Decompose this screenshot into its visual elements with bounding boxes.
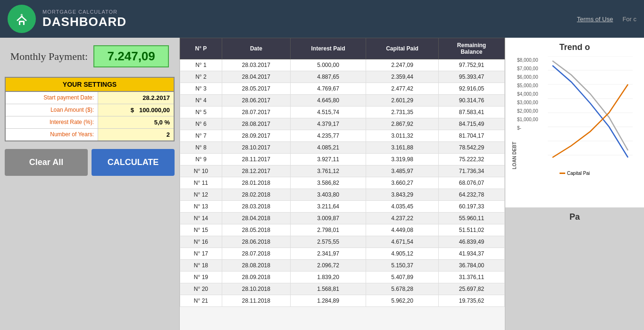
- table-cell: N° 14: [180, 213, 222, 224]
- table-cell: 28.11.2018: [222, 295, 290, 307]
- table-cell: N° 11: [180, 177, 222, 189]
- table-row: N° 828.10.20174.085,213.161,8878.542,29: [180, 142, 505, 154]
- table-cell: 28.04.2017: [222, 71, 290, 83]
- trend-chart: Trend o LOAN DEBT $8,000,00 $7,000,00 $6…: [505, 38, 644, 207]
- table-row: N° 1028.12.20173.761,123.485,9771.736,34: [180, 165, 505, 177]
- table-cell: 90.314,76: [438, 95, 504, 107]
- table-cell: 95.393,47: [438, 71, 504, 83]
- table-row: N° 228.04.20174.887,652.359,4495.393,47: [180, 71, 505, 83]
- table-cell: 1.568,81: [290, 283, 366, 295]
- table-cell: 28.07.2018: [222, 248, 290, 260]
- table-cell: 4.235,77: [290, 130, 366, 142]
- table-cell: 28.11.2017: [222, 154, 290, 165]
- table-cell: 36.784,00: [438, 260, 504, 272]
- table-cell: 55.960,11: [438, 213, 504, 224]
- table-cell: 28.09.2017: [222, 130, 290, 142]
- settings-header: YOUR SETTINGS: [6, 78, 174, 92]
- col-header-interest: Interest Paid: [290, 38, 366, 59]
- main-content: Monthly Payment: 7.247,09 YOUR SETTINGS …: [0, 38, 644, 330]
- table-cell: 4.905,12: [366, 248, 439, 260]
- table-cell: N° 4: [180, 95, 222, 107]
- calculate-button[interactable]: CALCULATE: [92, 149, 175, 176]
- settings-row-rate: Interest Rate (%): 5,0 %: [6, 116, 174, 129]
- col-header-np: N° P: [180, 38, 222, 59]
- terms-of-use-link[interactable]: Terms of Use: [577, 16, 613, 23]
- table-cell: 81.704,17: [438, 130, 504, 142]
- table-cell: 3.485,97: [366, 165, 439, 177]
- table-row: N° 1728.07.20182.341,974.905,1241.934,37: [180, 248, 505, 260]
- settings-box: YOUR SETTINGS Start payment Date: 28.2.2…: [5, 77, 175, 141]
- table-cell: 64.232,78: [438, 189, 504, 201]
- monthly-payment-label: Monthly Payment:: [10, 50, 88, 63]
- table-cell: 92.916,05: [438, 83, 504, 95]
- table-cell: 3.761,12: [290, 165, 366, 177]
- table-cell: 2.867,92: [366, 118, 439, 130]
- table-cell: 4.769,67: [290, 83, 366, 95]
- y-tick-6000: $6,000,00: [517, 73, 548, 82]
- table-cell: N° 10: [180, 165, 222, 177]
- table-cell: 1.839,20: [290, 272, 366, 283]
- table-row: N° 1428.04.20183.009,874.237,2255.960,11: [180, 213, 505, 224]
- right-panel: Trend o LOAN DEBT $8,000,00 $7,000,00 $6…: [505, 38, 644, 330]
- table-cell: N° 3: [180, 83, 222, 95]
- clear-all-button[interactable]: Clear All: [5, 149, 88, 176]
- trend-chart-svg: [548, 56, 633, 169]
- table-cell: N° 7: [180, 130, 222, 142]
- buttons-row: Clear All CALCULATE: [5, 149, 175, 176]
- legend-capital-dot: [560, 173, 565, 174]
- table-cell: 28.01.2018: [222, 177, 290, 189]
- table-cell: 71.736,34: [438, 165, 504, 177]
- table-row: N° 1628.06.20182.575,554.671,5446.839,49: [180, 236, 505, 248]
- table-cell: N° 18: [180, 260, 222, 272]
- settings-value-years[interactable]: 2: [98, 129, 174, 140]
- table-cell: 3.403,80: [290, 189, 366, 201]
- table-cell: 2.575,55: [290, 236, 366, 248]
- y-axis-label: LOAN DEBT: [512, 56, 517, 169]
- header-text: MORTGAGE CALCULATOR DASHBOARD: [42, 9, 126, 29]
- settings-label-rate: Interest Rate (%):: [6, 116, 98, 128]
- table-cell: 4.379,17: [290, 118, 366, 130]
- settings-row-loan: Loan Amount ($): $ 100.000,00: [6, 104, 174, 116]
- table-cell: 41.934,37: [438, 248, 504, 260]
- table-cell: 4.671,54: [366, 236, 439, 248]
- pa-chart: Pa: [505, 207, 644, 330]
- table-cell: 3.011,32: [366, 130, 439, 142]
- table-row: N° 1528.05.20182.798,014.449,0851.511,02: [180, 224, 505, 236]
- table-row: N° 728.09.20174.235,773.011,3281.704,17: [180, 130, 505, 142]
- table-row: N° 1328.03.20183.211,644.035,4560.197,33: [180, 201, 505, 213]
- table-cell: 4.645,80: [290, 95, 366, 107]
- table-cell: 28.10.2017: [222, 142, 290, 154]
- trend-chart-title: Trend o: [510, 42, 639, 52]
- table-cell: 3.319,98: [366, 154, 439, 165]
- table-row: N° 528.07.20174.515,742.731,3587.583,41: [180, 107, 505, 118]
- logo: $: [8, 5, 36, 33]
- table-row: N° 128.03.20175.000,002.247,0997.752,91: [180, 59, 505, 71]
- table-cell: N° 15: [180, 224, 222, 236]
- table-cell: 28.06.2017: [222, 95, 290, 107]
- table-row: N° 1228.02.20183.403,803.843,2964.232,78: [180, 189, 505, 201]
- monthly-payment-row: Monthly Payment: 7.247,09: [5, 45, 175, 67]
- amortization-table: N° P Date Interest Paid Capital Paid Rem…: [180, 38, 505, 307]
- settings-value-date[interactable]: 28.2.2017: [98, 92, 174, 104]
- table-row: N° 2128.11.20181.284,895.962,2019.735,62: [180, 295, 505, 307]
- table-row: N° 328.05.20174.769,672.477,4292.916,05: [180, 83, 505, 95]
- table-cell: 3.161,88: [366, 142, 439, 154]
- settings-value-loan[interactable]: $ 100.000,00: [98, 104, 174, 116]
- table-cell: 3.660,27: [366, 177, 439, 189]
- table-cell: 87.583,41: [438, 107, 504, 118]
- col-header-remaining: RemainingBalance: [438, 38, 504, 59]
- table-cell: 4.449,08: [366, 224, 439, 236]
- settings-label-date: Start payment Date:: [6, 92, 98, 104]
- table-row: N° 1828.08.20182.096,725.150,3736.784,00: [180, 260, 505, 272]
- table-cell: N° 9: [180, 154, 222, 165]
- table-header-row: N° P Date Interest Paid Capital Paid Rem…: [180, 38, 505, 59]
- y-tick-3000: $3,000,00: [517, 99, 548, 107]
- table-cell: 28.03.2017: [222, 59, 290, 71]
- table-cell: N° 19: [180, 272, 222, 283]
- table-cell: 4.237,22: [366, 213, 439, 224]
- settings-value-rate[interactable]: 5,0 %: [98, 116, 174, 128]
- pa-chart-title: Pa: [510, 212, 639, 222]
- table-cell: 2.601,29: [366, 95, 439, 107]
- table-cell: 28.02.2018: [222, 189, 290, 201]
- table-cell: 2.477,42: [366, 83, 439, 95]
